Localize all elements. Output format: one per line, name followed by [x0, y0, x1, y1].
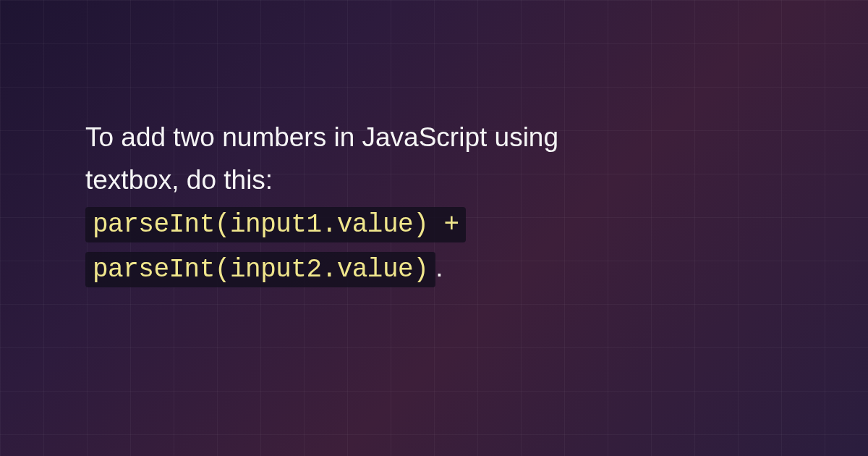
intro-text-line1: To add two numbers in JavaScript using	[85, 116, 783, 159]
code-snippet-line2: parseInt(input2.value)	[85, 252, 435, 287]
period: .	[435, 253, 443, 282]
main-content: To add two numbers in JavaScript using t…	[85, 116, 783, 291]
code-line1-wrapper: parseInt(input1.value) +	[85, 201, 783, 246]
intro-text-line2: textbox, do this:	[85, 159, 783, 201]
code-snippet-line1: parseInt(input1.value) +	[85, 207, 466, 242]
code-line2-wrapper: parseInt(input2.value).	[85, 246, 783, 291]
